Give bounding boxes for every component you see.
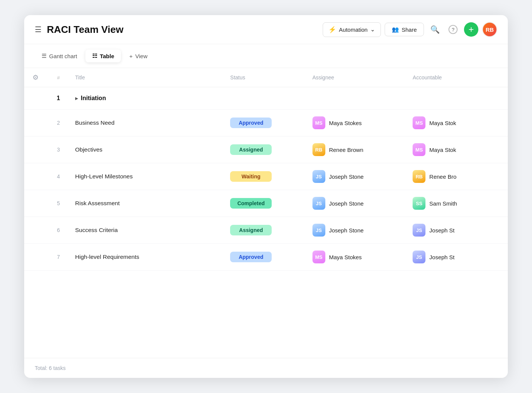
col-header-settings[interactable]: ⚙ [24,68,47,87]
row2-assignee[interactable]: MS Maya Stokes [307,110,408,136]
settings-gear-icon[interactable]: ⚙ [32,74,39,81]
row3-assignee[interactable]: RB Renee Brown [307,136,408,163]
row3-assignee-name: Renee Brown [329,147,363,153]
row2-assignee-initials: MS [312,116,325,129]
row7-num: 7 [47,244,70,271]
table-header-row: ⚙ # Title Status Assignee Accountable [24,68,508,87]
row7-title[interactable]: High-level Requirements [70,244,225,271]
tab-gantt-label: Gantt chart [49,53,77,59]
share-button[interactable]: 👥 Share [385,23,424,36]
row3-accountable-cell: MS Maya Stok [413,143,503,156]
row5-assignee-cell: JS Joseph Stone [312,197,402,210]
chevron-down-icon: ⌄ [370,26,375,33]
row3-accountable-name: Maya Stok [429,147,456,153]
row2-accountable-name: Maya Stok [429,120,456,126]
row5-status-badge[interactable]: Completed [230,198,272,209]
row4-accountable[interactable]: RB Renee Bro [407,163,508,190]
row7-status-badge[interactable]: Approved [230,252,272,262]
tab-view[interactable]: + View [122,50,154,62]
share-label: Share [402,26,417,33]
row2-accountable-cell: MS Maya Stok [413,116,503,129]
automation-button[interactable]: ⚡ Automation ⌄ [323,22,381,37]
row3-accountable[interactable]: MS Maya Stok [407,136,508,163]
row6-settings [24,217,47,244]
row2-accountable[interactable]: MS Maya Stok [407,110,508,136]
row3-title[interactable]: Objectives [70,136,225,163]
row4-assignee-cell: JS Joseph Stone [312,170,402,183]
col-header-status: Status [225,68,307,87]
row5-status[interactable]: Completed [225,190,307,217]
row5-accountable[interactable]: SS Sam Smith [407,190,508,217]
row5-assignee-name: Joseph Stone [329,200,364,207]
row4-accountable-initials: RB [413,170,425,183]
row6-title[interactable]: Success Criteria [70,217,225,244]
row3-accountable-avatar: MS [413,143,425,156]
gantt-icon: ☰ [42,53,46,59]
row5-assignee[interactable]: JS Joseph Stone [307,190,408,217]
row2-assignee-avatar: MS [312,116,325,129]
col-header-accountable: Accountable [407,68,508,87]
header-right: ⚡ Automation ⌄ 👥 Share 🔍 ? + RB [323,22,497,37]
tab-gantt[interactable]: ☰ Gantt chart [35,50,84,62]
row5-accountable-avatar: SS [413,197,425,210]
col-header-num: # [47,68,70,87]
group-toggle[interactable]: ▸ Initiation [75,95,106,102]
row6-accountable-cell: JS Joseph St [413,224,503,237]
row6-assignee[interactable]: JS Joseph Stone [307,217,408,244]
total-tasks: Total: 6 tasks [35,365,66,371]
table-row: 2 Business Need Approved MS Maya Stokes [24,110,508,136]
row7-accountable[interactable]: JS Joseph St [407,244,508,271]
row6-assignee-name: Joseph Stone [329,227,364,234]
row2-settings [24,110,47,136]
row4-status-badge[interactable]: Waiting [230,171,272,182]
user-avatar-placeholder: RB [483,23,496,36]
row4-accountable-cell: RB Renee Bro [413,170,503,183]
table-row: 6 Success Criteria Assigned JS Joseph St… [24,217,508,244]
col-header-title: Title [70,68,225,87]
row7-accountable-initials: JS [413,251,425,263]
user-avatar[interactable]: RB [482,22,497,37]
row2-accountable-avatar: MS [413,116,425,129]
row3-status-badge[interactable]: Assigned [230,144,272,155]
row5-assignee-initials: JS [312,197,325,210]
row6-assignee-cell: JS Joseph Stone [312,224,402,237]
view-tabs: ☰ Gantt chart ☷ Table + View [24,44,508,68]
help-button[interactable]: ? [446,22,460,37]
col-header-assignee: Assignee [307,68,408,87]
row4-status[interactable]: Waiting [225,163,307,190]
row7-assignee-name: Maya Stokes [329,254,362,260]
row5-assignee-avatar: JS [312,197,325,210]
row4-title[interactable]: High-Level Milestones [70,163,225,190]
row2-status[interactable]: Approved [225,110,307,136]
help-icon: ? [448,25,458,34]
row3-assignee-cell: RB Renee Brown [312,143,402,156]
add-button[interactable]: + [464,22,478,37]
tab-table[interactable]: ☷ Table [85,50,121,62]
row4-accountable-avatar: RB [413,170,425,183]
row4-assignee-initials: JS [312,170,325,183]
row7-settings [24,244,47,271]
row2-status-badge[interactable]: Approved [230,118,272,128]
menu-icon[interactable]: ☰ [35,25,42,34]
row6-status-badge[interactable]: Assigned [230,225,272,235]
header: ☰ RACI Team View ⚡ Automation ⌄ 👥 Share … [24,15,508,44]
row2-title[interactable]: Business Need [70,110,225,136]
row4-num: 4 [47,163,70,190]
app-window: ☰ RACI Team View ⚡ Automation ⌄ 👥 Share … [24,15,508,378]
row3-assignee-avatar: RB [312,143,325,156]
group-row-num: 1 [47,87,70,110]
search-button[interactable]: 🔍 [428,22,442,37]
row7-assignee[interactable]: MS Maya Stokes [307,244,408,271]
row7-status[interactable]: Approved [225,244,307,271]
group-title-cell: ▸ Initiation [70,87,508,110]
row6-status[interactable]: Assigned [225,217,307,244]
row7-assignee-initials: MS [312,251,325,263]
table-row: 4 High-Level Milestones Waiting JS Josep… [24,163,508,190]
row6-assignee-initials: JS [312,224,325,237]
row6-accountable[interactable]: JS Joseph St [407,217,508,244]
table-icon: ☷ [92,53,97,59]
group-settings-cell [24,87,47,110]
row4-assignee[interactable]: JS Joseph Stone [307,163,408,190]
row3-status[interactable]: Assigned [225,136,307,163]
row5-title[interactable]: Risk Assessment [70,190,225,217]
